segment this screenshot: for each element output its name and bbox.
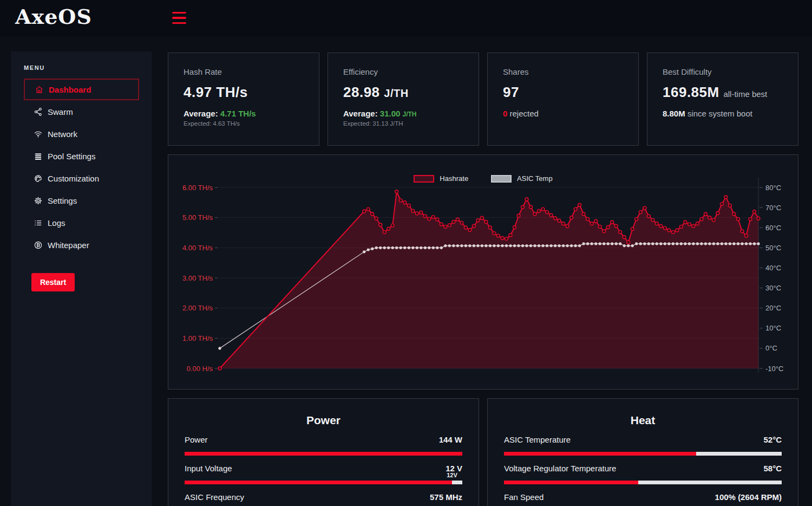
svg-text:0.00 H/s: 0.00 H/s [187,365,213,373]
app-logo: AxeOS [15,4,92,29]
svg-text:6.00 TH/s: 6.00 TH/s [182,184,213,192]
metric-value: 58°C [763,464,782,473]
sidebar-item-pool-settings[interactable]: Pool Settings [24,145,139,167]
hashrate-temp-chart: 6.00 TH/s5.00 TH/s4.00 TH/s3.00 TH/s2.00… [168,155,799,390]
svg-text:1.00 TH/s: 1.00 TH/s [182,334,213,342]
sidebar-item-label: Customization [48,174,99,183]
home-icon [35,85,44,94]
metric-label: Fan Speed [504,492,543,502]
sidebar-item-label: Whitepaper [48,241,89,250]
metric-label: ASIC Temperature [504,435,571,444]
sidebar-item-label: Swarm [48,107,73,116]
legend-label: ASIC Temp [517,174,553,183]
card-title: Efficiency [343,67,463,76]
menu-heading: MENU [24,64,152,71]
sidebar-item-whitepaper[interactable]: Whitepaper [24,234,139,256]
efficiency-expected: Expected: 31.13 J/TH [343,120,463,127]
card-title: Hash Rate [184,67,304,76]
metric-label: Voltage Regulator Temperature [504,464,616,473]
gear-icon [34,196,43,205]
sidebar-item-label: Network [48,129,77,139]
metric-value: 144 W [439,435,462,444]
power-panel: Power Power 144 W Input Voltage 12 V 12V… [168,398,479,506]
stat-cards-row: Hash Rate 4.97 TH/s Average: 4.71 TH/s E… [168,53,798,146]
hashrate-card: Hash Rate 4.97 TH/s Average: 4.71 TH/s E… [168,53,319,146]
sidebar-item-label: Logs [48,218,66,228]
palette-icon [34,174,43,183]
sidebar: MENU Dashboard Swarm Network Pool Settin… [11,51,152,506]
card-title: Best Difficulty [663,67,783,76]
metric-row-power: Power 144 W [185,435,462,444]
sidebar-item-label: Settings [48,196,77,205]
power-bar [185,452,462,456]
sidebar-item-dashboard[interactable]: Dashboard [24,79,139,100]
hashrate-chart-card: 6.00 TH/s5.00 TH/s4.00 TH/s3.00 TH/s2.00… [168,154,798,390]
efficiency-average: Average: 31.00 J/TH [343,109,463,118]
svg-text:50°C: 50°C [765,244,781,252]
svg-text:-10°C: -10°C [765,365,783,373]
svg-text:4.00 TH/s: 4.00 TH/s [182,244,213,252]
sidebar-item-settings[interactable]: Settings [24,190,139,212]
heat-panel: Heat ASIC Temperature 52°C Voltage Regul… [487,398,798,506]
sidebar-item-customization[interactable]: Customization [24,167,139,190]
best-difficulty-card: Best Difficulty 169.85M all-time best 8.… [647,53,798,146]
metric-row-vr-temperature: Voltage Regulator Temperature 58°C [504,464,782,473]
metric-row-input-voltage: Input Voltage 12 V [185,464,462,473]
bitcoin-icon [34,241,43,250]
hashrate-average: Average: 4.71 TH/s [184,109,304,118]
difficulty-boot-value: 8.80M since system boot [663,109,783,118]
svg-text:2.00 TH/s: 2.00 TH/s [182,304,213,312]
panel-title: Power [185,414,462,427]
svg-text:3.00 TH/s: 3.00 TH/s [182,274,213,282]
hashrate-legend-swatch [414,175,434,183]
svg-text:10°C: 10°C [765,324,781,332]
sidebar-nav: Dashboard Swarm Network Pool Settings Cu… [11,79,152,256]
difficulty-value: 169.85M all-time best [663,84,783,101]
card-title: Shares [503,67,623,76]
sidebar-item-network[interactable]: Network [24,123,139,145]
svg-text:70°C: 70°C [765,204,781,212]
metric-row-asic-frequency: ASIC Frequency 575 MHz [185,492,462,502]
sidebar-item-logs[interactable]: Logs [24,212,139,234]
menu-toggle-button[interactable] [172,12,186,24]
restart-button[interactable]: Restart [31,273,75,291]
shares-rejected: 0 rejected [503,109,623,118]
svg-text:40°C: 40°C [765,264,781,272]
metric-value: 52°C [763,435,782,444]
svg-text:0°C: 0°C [765,344,777,352]
voltage-marker-label: 12V [447,472,457,478]
metric-label: Power [185,435,208,444]
topbar: AxeOS [0,0,812,37]
panel-title: Heat [504,414,782,427]
legend-item-asic-temp[interactable]: ASIC Temp [491,174,553,183]
chart-legend: Hashrate ASIC Temp [168,174,798,183]
vr-temperature-bar [504,481,782,484]
metric-row-asic-temperature: ASIC Temperature 52°C [504,435,782,444]
metric-value: 100% (2604 RPM) [715,492,782,502]
shares-card: Shares 97 0 rejected [487,53,639,146]
metric-label: ASIC Frequency [185,492,244,502]
efficiency-value: 28.98 J/TH [343,84,463,101]
svg-text:30°C: 30°C [765,284,781,292]
wifi-icon [34,129,43,139]
svg-text:60°C: 60°C [765,224,781,232]
server-icon [34,152,43,161]
list-icon [34,218,43,228]
legend-label: Hashrate [440,174,468,183]
asic-temperature-bar [504,452,782,456]
sidebar-item-label: Pool Settings [48,152,95,161]
metric-row-fan-speed: Fan Speed 100% (2604 RPM) [504,492,782,502]
legend-item-hashrate[interactable]: Hashrate [414,174,468,183]
metric-value: 575 MHz [430,492,462,502]
svg-text:20°C: 20°C [765,304,781,312]
svg-text:80°C: 80°C [765,184,781,192]
hashrate-expected: Expected: 4.63 TH/s [184,120,304,127]
sidebar-item-label: Dashboard [49,85,91,94]
sidebar-item-swarm[interactable]: Swarm [24,101,139,123]
metric-label: Input Voltage [185,464,232,473]
hamburger-icon [172,12,186,14]
share-icon [34,107,43,116]
shares-value: 97 [503,84,623,101]
svg-text:5.00 TH/s: 5.00 TH/s [182,213,213,222]
bottom-panels-row: Power Power 144 W Input Voltage 12 V 12V… [168,398,798,506]
